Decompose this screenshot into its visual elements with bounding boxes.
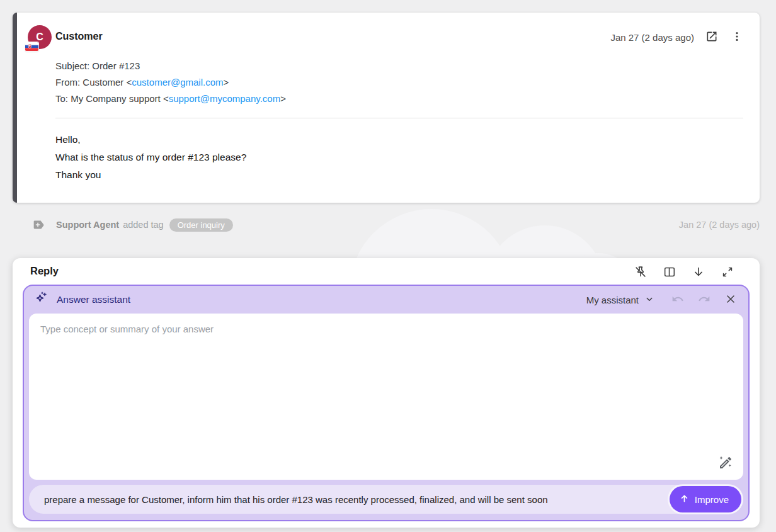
prompt-row: Improve [29, 485, 743, 514]
collapse-button[interactable] [690, 264, 707, 282]
assistant-editor [29, 314, 743, 480]
to-email-link[interactable]: support@mycompany.com [169, 93, 281, 104]
email-divider [55, 118, 743, 118]
assistant-header-actions: My assistant [583, 291, 738, 308]
from-suffix: > [224, 77, 229, 88]
redo-icon [698, 293, 710, 307]
kebab-menu-button[interactable] [729, 29, 745, 46]
email-date: Jan 27 (2 days ago) [610, 32, 694, 43]
arrow-down-icon [692, 265, 705, 281]
reply-title: Reply [30, 265, 59, 277]
close-icon [724, 293, 737, 307]
body-line: Thank you [55, 166, 246, 184]
activity-agent-name: Support Agent [56, 220, 119, 230]
slovakia-flag-icon [25, 42, 38, 51]
from-line: From: Customer <customer@gmail.com> [55, 74, 286, 91]
avatar-letter: C [36, 31, 43, 43]
expand-button[interactable] [719, 264, 736, 282]
improve-button-label: Improve [695, 494, 729, 505]
improve-prompt-input[interactable] [43, 494, 662, 506]
unpin-button[interactable] [632, 264, 649, 282]
activity-action: added tag [123, 220, 164, 230]
tag-badge: Order inquiry [169, 218, 233, 232]
tag-add-icon [31, 218, 45, 232]
arrow-up-icon [679, 493, 690, 506]
customer-avatar: C [28, 25, 52, 49]
sender-name: Customer [55, 31, 103, 42]
magic-pencil-icon [718, 455, 733, 472]
left-accent-bar [13, 13, 17, 203]
redo-button[interactable] [697, 291, 712, 308]
assistant-selector-value: My assistant [586, 295, 639, 305]
undo-button[interactable] [670, 291, 685, 308]
answer-editor-textarea[interactable] [29, 314, 743, 480]
improve-button[interactable]: Improve [670, 486, 741, 512]
email-header-actions: Jan 27 (2 days ago) [610, 29, 745, 46]
body-line: What is the status of my order #123 plea… [55, 149, 246, 166]
activity-row: Support Agent added tag Order inquiry Ja… [13, 215, 760, 234]
answer-assistant-panel: Answer assistant My assistant [23, 285, 750, 521]
to-suffix: > [280, 93, 286, 104]
to-label: To: My Company support < [55, 93, 169, 104]
email-meta: Subject: Order #123 From: Customer <cust… [55, 58, 286, 107]
body-line: Hello, [55, 131, 246, 149]
undo-icon [671, 293, 684, 307]
open-in-new-button[interactable] [704, 29, 719, 46]
expand-icon [721, 265, 734, 281]
subject-line: Subject: Order #123 [55, 58, 286, 74]
reply-card: Reply [13, 258, 760, 528]
split-view-button[interactable] [661, 264, 678, 282]
chevron-down-icon [644, 293, 655, 307]
kebab-menu-icon [731, 30, 743, 45]
email-message-card: C Customer Jan 27 (2 days ago) [13, 13, 760, 203]
assistant-selector[interactable]: My assistant [583, 293, 659, 307]
from-email-link[interactable]: customer@gmail.com [132, 77, 223, 88]
to-line: To: My Company support <support@mycompan… [55, 91, 286, 107]
assistant-header: Answer assistant My assistant [24, 286, 748, 314]
from-label: From: Customer < [55, 77, 132, 88]
reply-toolbar [632, 264, 736, 282]
split-view-icon [663, 265, 676, 281]
open-in-new-icon [705, 30, 718, 45]
email-body: Hello, What is the status of my order #1… [55, 131, 246, 184]
sparkles-icon [34, 291, 49, 308]
close-assistant-button[interactable] [723, 291, 738, 308]
magic-pencil-button[interactable] [717, 454, 734, 473]
activity-date: Jan 27 (2 days ago) [679, 220, 760, 230]
assistant-title: Answer assistant [57, 294, 130, 305]
pin-off-icon [634, 265, 648, 281]
